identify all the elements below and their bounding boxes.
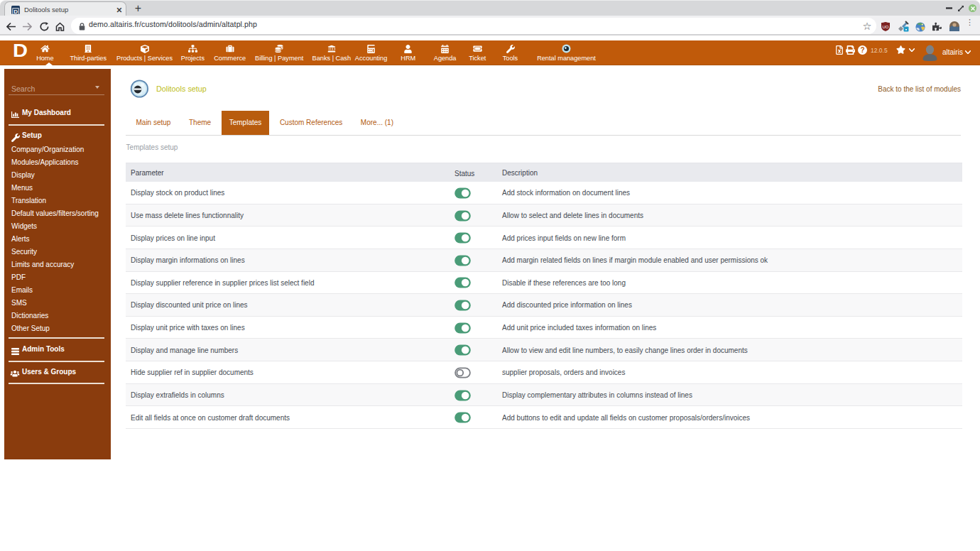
- svg-text:D: D: [13, 9, 18, 15]
- svg-text:UO: UO: [883, 25, 889, 29]
